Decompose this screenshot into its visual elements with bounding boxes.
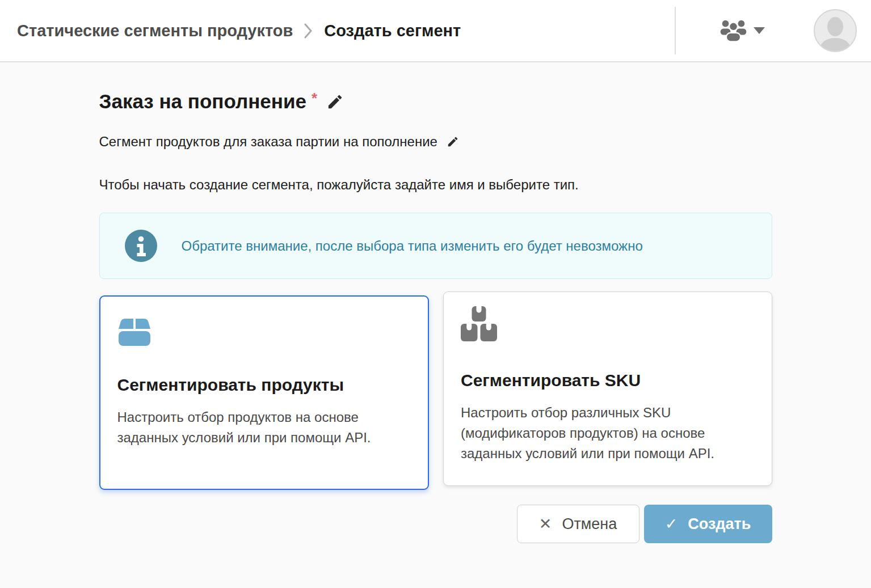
close-icon: ✕ [539, 515, 552, 533]
users-icon [720, 20, 747, 42]
cancel-button[interactable]: ✕ Отмена [517, 505, 639, 543]
create-button[interactable]: ✓ Создать [644, 505, 772, 543]
card-title: Сегментировать продукты [117, 375, 411, 395]
edit-title-button[interactable] [326, 93, 344, 111]
page-title: Заказ на пополнение [99, 90, 306, 113]
card-segment-products[interactable]: Сегментировать продукты Настроить отбор … [99, 295, 430, 490]
breadcrumb: Статические сегменты продуктов Создать с… [17, 22, 675, 40]
header-divider [675, 7, 676, 54]
cancel-button-label: Отмена [562, 515, 617, 533]
breadcrumb-current: Создать сегмент [324, 22, 461, 40]
segment-description: Сегмент продуктов для заказа партии на п… [99, 134, 437, 150]
user-switcher-button[interactable] [720, 20, 765, 42]
segment-type-cards: Сегментировать продукты Настроить отбор … [99, 291, 772, 490]
card-description: Настроить отбор продуктов на основе зада… [117, 407, 411, 448]
avatar[interactable] [814, 9, 857, 52]
pencil-icon [326, 93, 344, 111]
card-description: Настроить отбор различных SKU (модификат… [461, 403, 755, 464]
app-header: Статические сегменты продуктов Создать с… [0, 0, 871, 62]
check-icon: ✓ [665, 515, 678, 533]
boxes-stacked-icon [461, 307, 755, 341]
form-actions: ✕ Отмена ✓ Создать [99, 505, 772, 543]
info-icon [125, 230, 157, 262]
card-title: Сегментировать SKU [461, 371, 755, 390]
main-content: Заказ на пополнение * Сегмент продуктов … [0, 62, 871, 543]
caret-down-icon [754, 27, 765, 34]
notice-banner: Обратите внимание, после выбора типа изм… [99, 213, 772, 279]
required-marker: * [312, 90, 317, 105]
intro-text: Чтобы начать создание сегмента, пожалуйс… [99, 177, 772, 193]
notice-text: Обратите внимание, после выбора типа изм… [182, 238, 643, 254]
create-button-label: Создать [688, 515, 751, 533]
breadcrumb-parent-link[interactable]: Статические сегменты продуктов [17, 22, 293, 40]
card-segment-sku[interactable]: Сегментировать SKU Настроить отбор разли… [443, 291, 772, 486]
chevron-right-icon [304, 23, 313, 39]
edit-description-button[interactable] [447, 136, 459, 148]
pencil-icon [447, 136, 459, 148]
box-icon [117, 312, 411, 346]
